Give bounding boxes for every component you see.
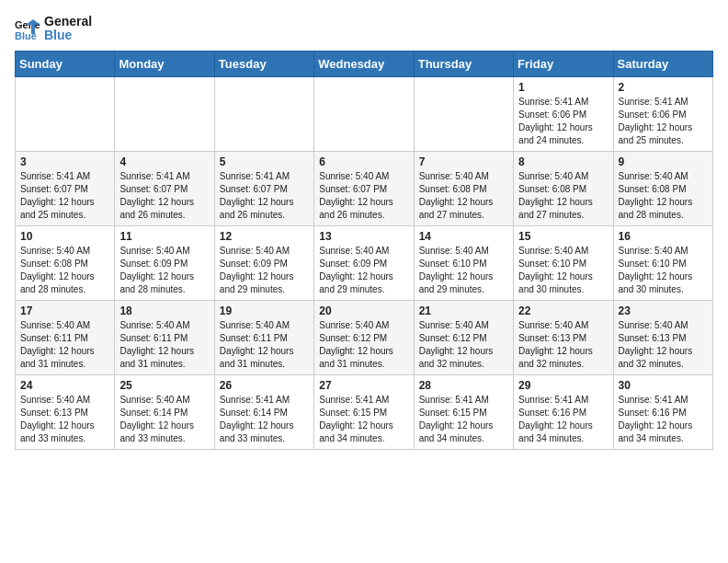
- calendar-cell: 3Sunrise: 5:41 AM Sunset: 6:07 PM Daylig…: [16, 151, 115, 225]
- calendar-cell: 5Sunrise: 5:41 AM Sunset: 6:07 PM Daylig…: [214, 151, 313, 225]
- calendar-cell: 17Sunrise: 5:40 AM Sunset: 6:11 PM Dayli…: [16, 300, 115, 374]
- calendar-cell: [16, 76, 115, 151]
- day-number: 19: [220, 304, 309, 317]
- calendar-cell: 22Sunrise: 5:40 AM Sunset: 6:13 PM Dayli…: [514, 300, 613, 374]
- logo-icon: General Blue: [15, 16, 40, 41]
- day-info: Sunrise: 5:40 AM Sunset: 6:13 PM Dayligh…: [518, 319, 608, 371]
- day-info: Sunrise: 5:40 AM Sunset: 6:07 PM Dayligh…: [319, 170, 408, 222]
- calendar-table: SundayMondayTuesdayWednesdayThursdayFrid…: [15, 51, 713, 450]
- day-info: Sunrise: 5:40 AM Sunset: 6:13 PM Dayligh…: [20, 394, 109, 445]
- calendar-cell: 16Sunrise: 5:40 AM Sunset: 6:10 PM Dayli…: [613, 225, 712, 300]
- calendar-cell: 13Sunrise: 5:40 AM Sunset: 6:09 PM Dayli…: [314, 225, 414, 300]
- day-number: 16: [619, 230, 708, 243]
- day-info: Sunrise: 5:40 AM Sunset: 6:09 PM Dayligh…: [220, 245, 309, 296]
- calendar-cell: 9Sunrise: 5:40 AM Sunset: 6:08 PM Daylig…: [613, 151, 712, 225]
- calendar-cell: 2Sunrise: 5:41 AM Sunset: 6:06 PM Daylig…: [613, 76, 712, 151]
- day-number: 10: [20, 230, 109, 243]
- day-info: Sunrise: 5:40 AM Sunset: 6:09 PM Dayligh…: [119, 245, 209, 296]
- calendar-cell: [414, 76, 513, 151]
- page-header: General Blue General Blue: [15, 15, 713, 43]
- calendar-cell: 10Sunrise: 5:40 AM Sunset: 6:08 PM Dayli…: [16, 225, 115, 300]
- day-number: 17: [20, 304, 109, 317]
- day-info: Sunrise: 5:41 AM Sunset: 6:07 PM Dayligh…: [20, 170, 109, 222]
- calendar-cell: 30Sunrise: 5:41 AM Sunset: 6:16 PM Dayli…: [613, 374, 712, 449]
- day-header-friday: Friday: [514, 51, 613, 76]
- calendar-cell: 21Sunrise: 5:40 AM Sunset: 6:12 PM Dayli…: [414, 300, 513, 374]
- day-info: Sunrise: 5:41 AM Sunset: 6:15 PM Dayligh…: [319, 394, 408, 445]
- day-number: 4: [119, 155, 209, 168]
- day-info: Sunrise: 5:40 AM Sunset: 6:08 PM Dayligh…: [419, 170, 508, 222]
- day-number: 1: [518, 81, 608, 94]
- day-header-sunday: Sunday: [16, 51, 115, 76]
- day-info: Sunrise: 5:40 AM Sunset: 6:14 PM Dayligh…: [119, 394, 209, 445]
- calendar-cell: 18Sunrise: 5:40 AM Sunset: 6:11 PM Dayli…: [115, 300, 214, 374]
- calendar-cell: 28Sunrise: 5:41 AM Sunset: 6:15 PM Dayli…: [414, 374, 513, 449]
- day-number: 18: [119, 304, 209, 317]
- calendar-cell: 25Sunrise: 5:40 AM Sunset: 6:14 PM Dayli…: [115, 374, 214, 449]
- calendar-cell: 15Sunrise: 5:40 AM Sunset: 6:10 PM Dayli…: [514, 225, 613, 300]
- day-info: Sunrise: 5:40 AM Sunset: 6:10 PM Dayligh…: [518, 245, 608, 296]
- calendar-cell: 14Sunrise: 5:40 AM Sunset: 6:10 PM Dayli…: [414, 225, 513, 300]
- logo: General Blue General Blue: [15, 15, 92, 43]
- day-number: 5: [220, 155, 309, 168]
- day-number: 29: [518, 379, 608, 392]
- day-info: Sunrise: 5:40 AM Sunset: 6:11 PM Dayligh…: [20, 319, 109, 371]
- day-number: 30: [619, 379, 708, 392]
- day-number: 8: [518, 155, 608, 168]
- calendar-cell: 8Sunrise: 5:40 AM Sunset: 6:08 PM Daylig…: [514, 151, 613, 225]
- day-header-saturday: Saturday: [613, 51, 712, 76]
- day-info: Sunrise: 5:40 AM Sunset: 6:08 PM Dayligh…: [619, 170, 708, 222]
- day-number: 20: [319, 304, 408, 317]
- day-number: 2: [619, 81, 708, 94]
- calendar-week-row: 1Sunrise: 5:41 AM Sunset: 6:06 PM Daylig…: [16, 76, 713, 151]
- day-number: 25: [119, 379, 209, 392]
- day-number: 14: [419, 230, 508, 243]
- calendar-cell: 20Sunrise: 5:40 AM Sunset: 6:12 PM Dayli…: [314, 300, 414, 374]
- day-info: Sunrise: 5:41 AM Sunset: 6:15 PM Dayligh…: [419, 394, 508, 445]
- calendar-week-row: 10Sunrise: 5:40 AM Sunset: 6:08 PM Dayli…: [16, 225, 713, 300]
- day-info: Sunrise: 5:40 AM Sunset: 6:10 PM Dayligh…: [619, 245, 708, 296]
- day-number: 13: [319, 230, 408, 243]
- day-header-monday: Monday: [115, 51, 214, 76]
- calendar-cell: [115, 76, 214, 151]
- calendar-week-row: 3Sunrise: 5:41 AM Sunset: 6:07 PM Daylig…: [16, 151, 713, 225]
- day-number: 7: [419, 155, 508, 168]
- day-info: Sunrise: 5:41 AM Sunset: 6:06 PM Dayligh…: [619, 96, 708, 147]
- calendar-cell: [214, 76, 313, 151]
- calendar-cell: 11Sunrise: 5:40 AM Sunset: 6:09 PM Dayli…: [115, 225, 214, 300]
- day-info: Sunrise: 5:40 AM Sunset: 6:12 PM Dayligh…: [419, 319, 508, 371]
- day-info: Sunrise: 5:40 AM Sunset: 6:12 PM Dayligh…: [319, 319, 408, 371]
- day-header-thursday: Thursday: [414, 51, 513, 76]
- day-info: Sunrise: 5:40 AM Sunset: 6:13 PM Dayligh…: [619, 319, 708, 371]
- calendar-week-row: 24Sunrise: 5:40 AM Sunset: 6:13 PM Dayli…: [16, 374, 713, 449]
- calendar-cell: 19Sunrise: 5:40 AM Sunset: 6:11 PM Dayli…: [214, 300, 313, 374]
- day-header-wednesday: Wednesday: [314, 51, 414, 76]
- day-number: 11: [119, 230, 209, 243]
- calendar-cell: 12Sunrise: 5:40 AM Sunset: 6:09 PM Dayli…: [214, 225, 313, 300]
- day-info: Sunrise: 5:41 AM Sunset: 6:07 PM Dayligh…: [119, 170, 209, 222]
- day-info: Sunrise: 5:41 AM Sunset: 6:16 PM Dayligh…: [619, 394, 708, 445]
- calendar-cell: 4Sunrise: 5:41 AM Sunset: 6:07 PM Daylig…: [115, 151, 214, 225]
- day-number: 21: [419, 304, 508, 317]
- day-number: 22: [518, 304, 608, 317]
- day-info: Sunrise: 5:41 AM Sunset: 6:07 PM Dayligh…: [220, 170, 309, 222]
- day-info: Sunrise: 5:40 AM Sunset: 6:11 PM Dayligh…: [119, 319, 209, 371]
- day-number: 26: [220, 379, 309, 392]
- calendar-cell: 7Sunrise: 5:40 AM Sunset: 6:08 PM Daylig…: [414, 151, 513, 225]
- calendar-cell: 27Sunrise: 5:41 AM Sunset: 6:15 PM Dayli…: [314, 374, 414, 449]
- calendar-cell: 26Sunrise: 5:41 AM Sunset: 6:14 PM Dayli…: [214, 374, 313, 449]
- day-number: 12: [220, 230, 309, 243]
- day-number: 9: [619, 155, 708, 168]
- day-info: Sunrise: 5:41 AM Sunset: 6:16 PM Dayligh…: [518, 394, 608, 445]
- day-info: Sunrise: 5:40 AM Sunset: 6:11 PM Dayligh…: [220, 319, 309, 371]
- day-info: Sunrise: 5:40 AM Sunset: 6:08 PM Dayligh…: [518, 170, 608, 222]
- calendar-cell: [314, 76, 414, 151]
- day-info: Sunrise: 5:41 AM Sunset: 6:14 PM Dayligh…: [220, 394, 309, 445]
- day-number: 6: [319, 155, 408, 168]
- day-info: Sunrise: 5:40 AM Sunset: 6:08 PM Dayligh…: [20, 245, 109, 296]
- day-info: Sunrise: 5:41 AM Sunset: 6:06 PM Dayligh…: [518, 96, 608, 147]
- calendar-week-row: 17Sunrise: 5:40 AM Sunset: 6:11 PM Dayli…: [16, 300, 713, 374]
- day-header-tuesday: Tuesday: [214, 51, 313, 76]
- day-number: 23: [619, 304, 708, 317]
- day-info: Sunrise: 5:40 AM Sunset: 6:09 PM Dayligh…: [319, 245, 408, 296]
